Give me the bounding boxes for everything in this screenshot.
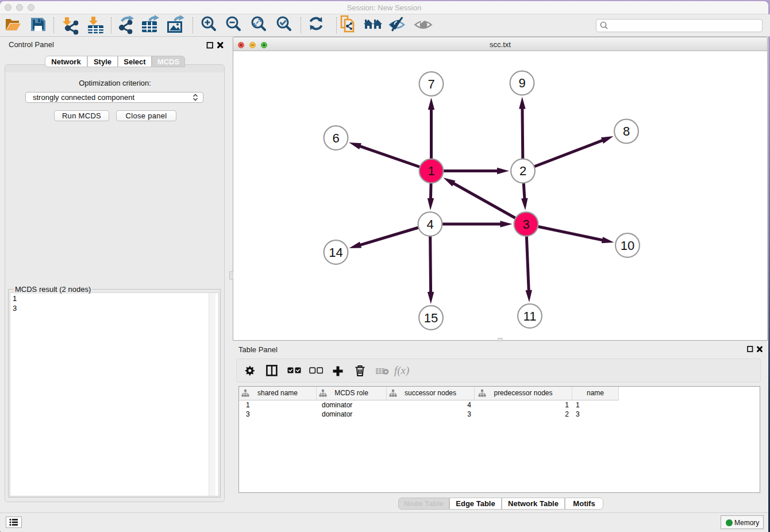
svg-text:2: 2 [519, 164, 526, 178]
svg-text:14: 14 [329, 245, 342, 260]
svg-text:1: 1 [428, 164, 434, 178]
svg-text:6: 6 [332, 131, 339, 145]
svg-text:10: 10 [621, 238, 634, 253]
svg-text:4: 4 [426, 217, 433, 232]
svg-text:15: 15 [424, 311, 438, 325]
svg-text:3: 3 [522, 217, 529, 232]
svg-text:8: 8 [623, 124, 630, 138]
svg-text:9: 9 [518, 76, 525, 90]
svg-text:7: 7 [428, 77, 434, 91]
svg-text:11: 11 [523, 309, 537, 323]
